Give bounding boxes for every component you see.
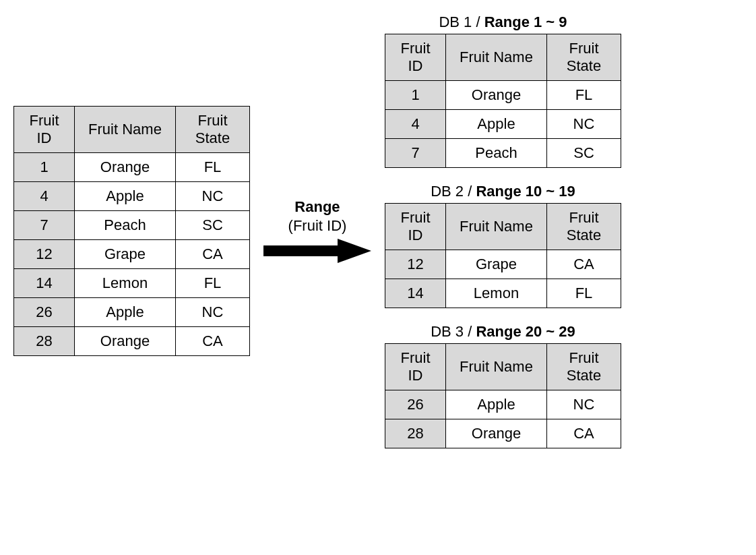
cell-id: 1 [385, 81, 446, 110]
cell-id: 4 [14, 182, 75, 211]
partition-block: DB 3 / Range 20 ~ 29Fruit IDFruit NameFr… [385, 323, 621, 448]
col-header-id: Fruit ID [385, 34, 446, 81]
partition-table-body: 12GrapeCA14LemonFL [385, 250, 621, 308]
cell-name: Orange [446, 419, 547, 448]
cell-id: 28 [14, 327, 75, 356]
col-header-name: Fruit Name [446, 34, 547, 81]
cell-name: Apple [446, 390, 547, 419]
partitions-container: DB 1 / Range 1 ~ 9Fruit IDFruit NameFrui… [385, 13, 621, 448]
cell-name: Apple [75, 298, 176, 327]
partition-caption-prefix: DB 3 / [431, 323, 476, 340]
cell-id: 14 [14, 269, 75, 298]
partition-table: Fruit IDFruit NameFruit State12GrapeCA14… [385, 203, 621, 308]
cell-name: Grape [75, 240, 176, 269]
table-row: 12GrapeCA [385, 250, 621, 279]
cell-state: CA [176, 240, 250, 269]
source-table-body: 1OrangeFL4AppleNC7PeachSC12GrapeCA14Lemo… [14, 153, 250, 356]
col-header-state: Fruit State [547, 34, 621, 81]
table-row: 1OrangeFL [14, 153, 250, 182]
partition-table: Fruit IDFruit NameFruit State1OrangeFL4A… [385, 34, 621, 168]
cell-state: FL [176, 153, 250, 182]
cell-name: Orange [446, 81, 547, 110]
svg-marker-0 [263, 239, 371, 263]
partition-block: DB 1 / Range 1 ~ 9Fruit IDFruit NameFrui… [385, 13, 621, 168]
arrow-label-sub: (Fruit ID) [288, 217, 347, 234]
partition-caption-range: Range 10 ~ 19 [476, 183, 575, 200]
table-row: 26AppleNC [385, 390, 621, 419]
cell-id: 4 [385, 110, 446, 139]
cell-state: FL [176, 269, 250, 298]
table-row: 28OrangeCA [385, 419, 621, 448]
cell-state: NC [176, 298, 250, 327]
table-row: 4AppleNC [14, 182, 250, 211]
partition-caption: DB 1 / Range 1 ~ 9 [385, 13, 621, 31]
cell-id: 12 [385, 250, 446, 279]
col-header-id: Fruit ID [385, 204, 446, 250]
partition-caption: DB 3 / Range 20 ~ 29 [385, 323, 621, 341]
partition-caption-range: Range 20 ~ 29 [476, 323, 575, 340]
cell-id: 26 [385, 390, 446, 419]
cell-state: CA [547, 250, 621, 279]
cell-state: SC [176, 211, 250, 240]
partition-caption: DB 2 / Range 10 ~ 19 [385, 183, 621, 200]
partition-caption-range: Range 1 ~ 9 [484, 13, 567, 30]
cell-state: CA [547, 419, 621, 448]
col-header-name: Fruit Name [446, 344, 547, 390]
arrow-container: Range (Fruit ID) [263, 198, 371, 264]
cell-state: NC [547, 110, 621, 139]
cell-name: Peach [75, 211, 176, 240]
cell-state: FL [547, 279, 621, 308]
cell-state: SC [547, 139, 621, 168]
diagram-layout: Fruit ID Fruit Name Fruit State 1OrangeF… [13, 13, 743, 448]
partition-table-body: 26AppleNC28OrangeCA [385, 390, 621, 448]
cell-state: NC [547, 390, 621, 419]
table-row: 7PeachSC [385, 139, 621, 168]
partition-caption-prefix: DB 2 / [431, 183, 476, 200]
partition-caption-prefix: DB 1 / [439, 13, 484, 30]
source-table: Fruit ID Fruit Name Fruit State 1OrangeF… [13, 106, 250, 356]
cell-id: 26 [14, 298, 75, 327]
cell-name: Apple [446, 110, 547, 139]
partition-block: DB 2 / Range 10 ~ 19Fruit IDFruit NameFr… [385, 183, 621, 308]
col-header-name: Fruit Name [446, 204, 547, 250]
cell-name: Orange [75, 153, 176, 182]
cell-id: 28 [385, 419, 446, 448]
partition-table-body: 1OrangeFL4AppleNC7PeachSC [385, 81, 621, 168]
cell-id: 14 [385, 279, 446, 308]
cell-state: FL [547, 81, 621, 110]
table-row: 12GrapeCA [14, 240, 250, 269]
table-row: 7PeachSC [14, 211, 250, 240]
cell-id: 7 [385, 139, 446, 168]
table-row: 28OrangeCA [14, 327, 250, 356]
cell-name: Apple [75, 182, 176, 211]
col-header-state: Fruit State [547, 204, 621, 250]
table-row: 4AppleNC [385, 110, 621, 139]
cell-name: Orange [75, 327, 176, 356]
arrow-label: Range (Fruit ID) [288, 198, 347, 235]
col-header-id: Fruit ID [14, 107, 75, 153]
cell-name: Lemon [446, 279, 547, 308]
col-header-state: Fruit State [547, 344, 621, 390]
arrow-right-icon [263, 237, 371, 264]
cell-name: Lemon [75, 269, 176, 298]
arrow-label-bold: Range [294, 198, 340, 215]
table-row: 14LemonFL [385, 279, 621, 308]
cell-state: CA [176, 327, 250, 356]
cell-id: 12 [14, 240, 75, 269]
partition-table: Fruit IDFruit NameFruit State26AppleNC28… [385, 343, 621, 448]
col-header-state: Fruit State [176, 107, 250, 153]
source-table-container: Fruit ID Fruit Name Fruit State 1OrangeF… [13, 106, 250, 356]
cell-id: 1 [14, 153, 75, 182]
cell-id: 7 [14, 211, 75, 240]
cell-name: Peach [446, 139, 547, 168]
cell-state: NC [176, 182, 250, 211]
table-row: 1OrangeFL [385, 81, 621, 110]
table-row: 26AppleNC [14, 298, 250, 327]
col-header-name: Fruit Name [75, 107, 176, 153]
col-header-id: Fruit ID [385, 344, 446, 390]
table-row: 14LemonFL [14, 269, 250, 298]
cell-name: Grape [446, 250, 547, 279]
